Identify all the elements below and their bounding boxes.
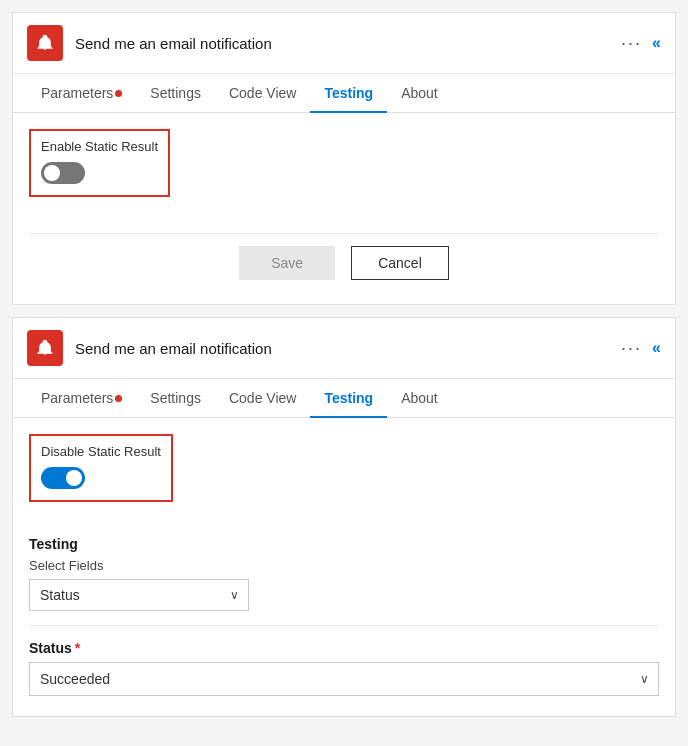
toggle-thumb-1 xyxy=(44,165,60,181)
tab-testing-2[interactable]: Testing xyxy=(310,380,387,418)
panel-1: Send me an email notification ··· « Para… xyxy=(12,12,676,305)
panel-1-tabs: Parameters Settings Code View Testing Ab… xyxy=(13,74,675,113)
panel-2-body: Disable Static Result Testing Select Fie… xyxy=(13,418,675,716)
disable-static-result-section: Disable Static Result xyxy=(29,434,173,502)
toggle-label-1: Enable Static Result xyxy=(41,139,158,154)
tab-parameters-1[interactable]: Parameters xyxy=(27,75,136,113)
bell-icon-2 xyxy=(27,330,63,366)
toggle-track-1[interactable] xyxy=(41,162,85,184)
bell-icon xyxy=(27,25,63,61)
status-field-label: Status * xyxy=(29,640,659,656)
tab-settings-1[interactable]: Settings xyxy=(136,75,215,113)
params-dot-1 xyxy=(115,90,122,97)
panel-2: Send me an email notification ··· « Para… xyxy=(12,317,676,717)
toggle-switch-2[interactable] xyxy=(41,467,85,489)
required-star: * xyxy=(75,640,80,656)
select-fields-dropdown[interactable]: Status xyxy=(29,579,249,611)
panel-2-title: Send me an email notification xyxy=(75,340,272,357)
toggle-label-2: Disable Static Result xyxy=(41,444,161,459)
panel-2-header: Send me an email notification ··· « xyxy=(13,318,675,379)
tab-about-2[interactable]: About xyxy=(387,380,452,418)
status-dropdown-wrap: Succeeded Failed Cancelled ∨ xyxy=(29,662,659,696)
panel-1-body: Enable Static Result Save Cancel xyxy=(13,113,675,304)
panel-2-header-right: ··· « xyxy=(621,338,661,359)
testing-section-title: Testing xyxy=(29,536,659,552)
collapse-icon-2[interactable]: « xyxy=(652,339,661,357)
panel-1-actions: Save Cancel xyxy=(29,233,659,284)
panel-2-tabs: Parameters Settings Code View Testing Ab… xyxy=(13,379,675,418)
toggle-thumb-2 xyxy=(66,470,82,486)
tab-parameters-2[interactable]: Parameters xyxy=(27,380,136,418)
toggle-track-2[interactable] xyxy=(41,467,85,489)
status-dropdown[interactable]: Succeeded Failed Cancelled xyxy=(29,662,659,696)
toggle-switch-1[interactable] xyxy=(41,162,85,184)
save-button-1[interactable]: Save xyxy=(239,246,335,280)
tab-code-view-2[interactable]: Code View xyxy=(215,380,310,418)
more-options-icon-2[interactable]: ··· xyxy=(621,338,642,359)
divider-1 xyxy=(29,625,659,626)
select-fields-label: Select Fields xyxy=(29,558,659,573)
more-options-icon[interactable]: ··· xyxy=(621,33,642,54)
tab-code-view-1[interactable]: Code View xyxy=(215,75,310,113)
collapse-icon[interactable]: « xyxy=(652,34,661,52)
select-fields-dropdown-wrap: Status ∨ xyxy=(29,579,249,611)
enable-static-result-section: Enable Static Result xyxy=(29,129,170,197)
tab-about-1[interactable]: About xyxy=(387,75,452,113)
cancel-button-1[interactable]: Cancel xyxy=(351,246,449,280)
params-dot-2 xyxy=(115,395,122,402)
panel-1-header-right: ··· « xyxy=(621,33,661,54)
tab-testing-1[interactable]: Testing xyxy=(310,75,387,113)
panel-2-header-left: Send me an email notification xyxy=(27,330,272,366)
panel-1-header-left: Send me an email notification xyxy=(27,25,272,61)
panel-1-title: Send me an email notification xyxy=(75,35,272,52)
panel-1-header: Send me an email notification ··· « xyxy=(13,13,675,74)
tab-settings-2[interactable]: Settings xyxy=(136,380,215,418)
